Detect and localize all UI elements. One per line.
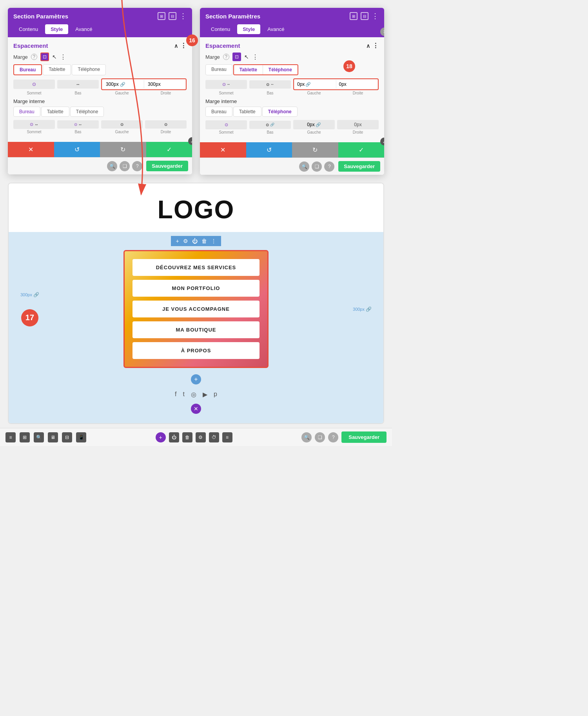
menu-item-2[interactable]: MON PORTFOLIO [132,280,260,297]
toolbar-grid-icon[interactable]: ⊞ [20,432,30,442]
btn-telephone-right[interactable]: Téléphone [263,65,298,74]
toolbar-search-icon[interactable]: 🔍 [34,432,44,442]
sommet-input-right[interactable]: ⊙ ↔ [205,80,247,89]
layers-icon-left[interactable]: ❑ [120,161,130,171]
toolbar-desktop-icon[interactable]: 🖥 [48,432,58,442]
add-section-btn[interactable]: + [191,374,201,384]
close-x-btn[interactable]: ✕ [191,404,201,414]
interne-btn-tablette-left[interactable]: Tablette [41,107,69,117]
tab-contenu-right[interactable]: Contenu [205,24,236,34]
gauche-input-right[interactable]: 0px 🔗 [295,80,336,89]
header-icon-2-right[interactable]: ⊟ [361,12,368,20]
bottom-save-btn[interactable]: Sauvegarder [341,431,387,443]
tab-avance-right[interactable]: Avancé [262,24,290,34]
header-dots[interactable]: ⋮ [180,12,187,20]
device-icon-left[interactable]: ⊡ [40,53,49,61]
footer-redo-left[interactable]: ↻ [100,142,146,157]
marge-help-right[interactable]: ? [223,54,229,60]
header-icon-1[interactable]: ⊞ [158,12,165,20]
left-panel-body: Espacement ∧ ⋮ Marge ? ⊡ ↖ ⋮ [8,37,192,142]
pinterest-icon[interactable]: p [214,391,217,398]
header-icon-1-right[interactable]: ⊞ [350,12,358,20]
help-icon-left[interactable]: ? [132,161,142,171]
center-power-btn[interactable]: ⏻ [169,432,179,442]
center-trash-btn[interactable]: 🗑 [182,432,192,442]
footer-redo-right[interactable]: ↻ [292,142,338,158]
tab-contenu-left[interactable]: Contenu [13,24,44,34]
center-plus-btn[interactable]: + [156,432,166,442]
footer-undo-right[interactable]: ↺ [246,142,292,158]
interne-gauche-right[interactable]: 0px 🔗 [293,120,335,129]
help-icon-right[interactable]: ? [324,161,334,172]
marge-help-left[interactable]: ? [31,54,37,60]
right-layers-icon[interactable]: ❑ [315,432,325,442]
interne-droite-left[interactable]: ⊙ [145,120,187,129]
gauche-droite-highlight: 300px 🔗 300px [101,78,187,90]
marge-dots-left[interactable]: ⋮ [60,53,66,61]
menu-item-1[interactable]: DÉCOUVREZ MES SERVICES [132,259,260,276]
interne-btn-telephone-left[interactable]: Téléphone [70,107,104,117]
header-icon-2[interactable]: ⊟ [169,12,176,20]
footer-cancel-left[interactable]: ✕ [8,142,54,157]
droite-input-right[interactable]: 0px [337,80,377,89]
interne-sommet-right[interactable]: ⊙ [205,120,247,129]
btn-tablette-left[interactable]: Tablette [43,64,71,75]
gauche-input-left[interactable]: 300px 🔗 [103,80,143,89]
toolbar-power-icon[interactable]: ⏻ [192,238,198,244]
toolbar-dots-icon[interactable]: ⋮ [211,238,216,244]
menu-item-4[interactable]: MA BOUTIQUE [132,321,260,338]
toolbar-phone-icon[interactable]: 📱 [76,432,86,442]
search-icon-right[interactable]: 🔍 [299,161,309,172]
search-icon-left[interactable]: 🔍 [107,161,117,171]
right-help-icon[interactable]: ? [328,432,338,442]
btn-telephone-left[interactable]: Téléphone [72,64,106,75]
interne-btn-bureau-right[interactable]: Bureau [205,107,232,117]
espacement-heading-left: Espacement ∧ ⋮ [13,42,187,49]
droite-input-left[interactable]: 300px [145,80,185,89]
interne-btn-telephone-right[interactable]: Téléphone [262,107,298,117]
toolbar-tablet-icon[interactable]: ⊟ [62,432,72,442]
toolbar-plus-icon[interactable]: + [176,238,179,244]
interne-sommet-left[interactable]: ⊙ ↔ [13,120,55,129]
footer-cancel-right[interactable]: ✕ [200,142,246,158]
layers-icon-right[interactable]: ❑ [312,161,322,172]
interne-bas-right[interactable]: ⊙ 🔗 [249,121,291,129]
btn-bureau-left[interactable]: Bureau [13,64,42,75]
center-clock-btn[interactable]: ⏱ [209,432,219,442]
tab-avance-left[interactable]: Avancé [70,24,98,34]
menu-item-3[interactable]: JE VOUS ACCOMPAGNE [132,301,260,317]
interne-btn-tablette-right[interactable]: Tablette [233,107,261,117]
center-bars-btn[interactable]: ≡ [222,432,232,442]
tab-style-left[interactable]: Style [45,24,68,34]
youtube-icon[interactable]: ▶ [203,391,207,398]
twitter-icon[interactable]: t [183,391,185,398]
interne-bas-left[interactable]: ⊙ ↔ [57,120,99,129]
device-icon-right[interactable]: ⊡ [232,53,241,61]
menu-item-5[interactable]: À PROPOS [132,342,260,359]
btn-tablette-right[interactable]: Tablette [234,65,263,74]
save-btn-left[interactable]: Sauvegarder [146,161,188,171]
center-gear-btn[interactable]: ⚙ [196,432,206,442]
bas-input-right[interactable]: ⊙ ↔ [249,80,291,89]
header-dots-right[interactable]: ⋮ [372,12,379,20]
instagram-icon[interactable]: ◎ [191,391,196,398]
facebook-icon[interactable]: f [175,391,176,398]
toolbar-gear-icon[interactable]: ⚙ [183,238,188,244]
tab-style-right[interactable]: Style [237,24,260,34]
footer-check-left[interactable]: ✓ [146,142,192,157]
sommet-input-left[interactable]: ⊙ [13,80,55,89]
interne-droite-right[interactable]: 0px [337,120,379,129]
interne-btn-bureau-left[interactable]: Bureau [13,107,40,117]
toolbar-bars-icon[interactable]: ≡ [5,432,16,442]
footer-undo-left[interactable]: ↺ [54,142,100,157]
footer-check-right[interactable]: ✓ [338,142,385,158]
save-btn-right[interactable]: Sauvegarder [338,161,380,172]
right-search-icon[interactable]: 🔍 [301,432,312,442]
interne-gauche-left[interactable]: ⊙ [101,120,143,129]
btn-bureau-right[interactable]: Bureau [205,64,232,75]
marge-dots-right[interactable]: ⋮ [252,53,258,61]
dots-icon-left[interactable]: ⋮ [180,42,187,49]
toolbar-trash-icon[interactable]: 🗑 [201,238,207,244]
bas-input-left[interactable]: ↔ [57,80,99,89]
dots-icon-right[interactable]: ⋮ [372,42,379,49]
